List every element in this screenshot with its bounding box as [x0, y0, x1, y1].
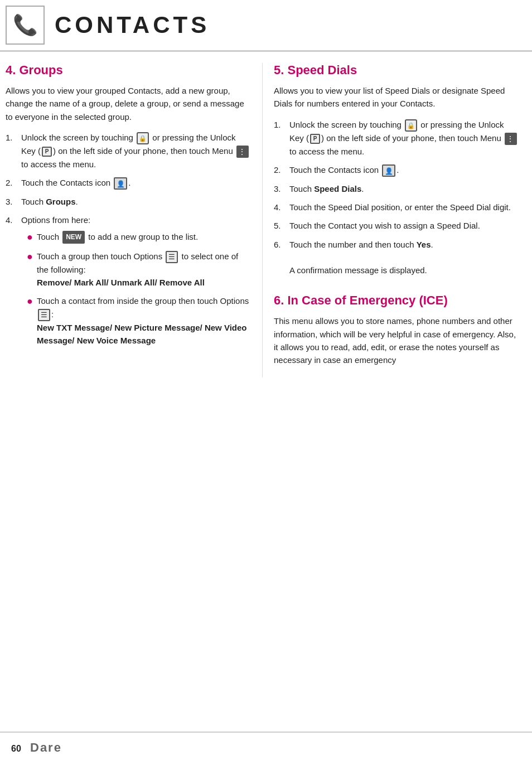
- header-icon-box: 📞: [6, 6, 45, 45]
- options-icon-4-2: ☰: [166, 251, 178, 263]
- lock-icon-5-1: 🔒: [405, 119, 417, 132]
- step-5-6: 6. Touch the number and then touch Yes. …: [274, 238, 519, 277]
- lock-icon-4-1: 🔒: [137, 132, 149, 144]
- step-content-5-6: Touch the number and then touch Yes. A c…: [289, 238, 519, 277]
- step-4-3: 3. Touch Groups.: [6, 195, 251, 208]
- step-5-4: 4. Touch the Speed Dial position, or ent…: [274, 201, 519, 214]
- page-header: 📞 CONTACTS: [0, 0, 532, 52]
- step-4-1: 1. Unlock the screen by touching 🔒 or pr…: [6, 131, 251, 171]
- section-5-title: 5. Speed Dials: [274, 63, 519, 78]
- confirmation-note: A confirmation message is displayed.: [289, 265, 427, 275]
- section-6-ice: 6. In Case of Emergency (ICE) This menu …: [274, 293, 519, 366]
- step-content-5-4: Touch the Speed Dial position, or enter …: [289, 201, 519, 214]
- step-content-4-4: Options from here: ● Touch NEW to add a …: [21, 214, 251, 352]
- svg-text:Dare: Dare: [30, 740, 62, 754]
- section-5-desc: Allows you to view your list of Speed Di…: [274, 84, 519, 110]
- bullet-4-2: ● Touch a group then touch Options ☰ to …: [27, 250, 251, 289]
- step-content-5-5: Touch the Contact you wish to assign a S…: [289, 219, 519, 232]
- bullet-dot-1: ●: [27, 230, 37, 244]
- section-4-title: 4. Groups: [6, 63, 251, 78]
- step-num-4-1: 1.: [6, 131, 21, 171]
- bullet-content-4-2: Touch a group then touch Options ☰ to se…: [37, 250, 251, 289]
- section-6-title: 6. In Case of Emergency (ICE): [274, 293, 519, 308]
- options-icon-4-3: ☰: [38, 309, 50, 321]
- bullet-list-4: ● Touch NEW to add a new group to the li…: [27, 230, 251, 347]
- bullet-content-4-1: Touch NEW to add a new group to the list…: [37, 230, 251, 244]
- section-5-speed-dials: 5. Speed Dials Allows you to view your l…: [274, 63, 519, 277]
- unlock-key-icon-5-1: P: [310, 134, 320, 144]
- step-5-1: 1. Unlock the screen by touching 🔒 or pr…: [274, 118, 519, 158]
- step-5-3: 3. Touch Speed Dials.: [274, 182, 519, 195]
- step-content-4-1: Unlock the screen by touching 🔒 or press…: [21, 131, 251, 171]
- bullet-4-3: ● Touch a contact from inside the group …: [27, 294, 251, 347]
- menu-icon-4-1: [236, 146, 249, 158]
- dare-logo-svg: Dare: [30, 739, 75, 755]
- section-4-groups: 4. Groups Allows you to view your groupe…: [6, 63, 251, 352]
- page-title: CONTACTS: [55, 12, 210, 38]
- step-content-5-1: Unlock the screen by touching 🔒 or press…: [289, 118, 519, 158]
- message-options-label: New TXT Message/ New Picture Message/ Ne…: [37, 323, 247, 345]
- step-num-4-3: 3.: [6, 195, 21, 208]
- step-content-5-2: Touch the Contacts icon .: [289, 163, 519, 177]
- yes-label: Yes: [417, 240, 431, 249]
- step-num-4-4: 4.: [6, 214, 21, 352]
- step-4-2: 2. Touch the Contacts icon .: [6, 176, 251, 190]
- step-num-5-4: 4.: [274, 201, 289, 214]
- unlock-key-icon-4-1: P: [42, 147, 52, 157]
- section-5-steps: 1. Unlock the screen by touching 🔒 or pr…: [274, 118, 519, 277]
- bullet-dot-2: ●: [27, 250, 37, 289]
- step-num-5-2: 2.: [274, 163, 289, 177]
- step-num-4-2: 2.: [6, 176, 21, 190]
- bullet-content-4-3: Touch a contact from inside the group th…: [37, 294, 251, 347]
- right-column: 5. Speed Dials Allows you to view your l…: [262, 63, 519, 377]
- contacts-icon-4-2: [114, 177, 127, 190]
- menu-icon-5-1: [505, 133, 517, 145]
- main-content: 4. Groups Allows you to view your groupe…: [0, 52, 532, 383]
- step-content-4-3: Touch Groups.: [21, 195, 251, 208]
- step-5-5: 5. Touch the Contact you wish to assign …: [274, 219, 519, 232]
- new-button-label: NEW: [62, 231, 85, 244]
- brand-name: Dare: [30, 739, 75, 758]
- step-num-5-6: 6.: [274, 238, 289, 277]
- bullet-dot-3: ●: [27, 294, 37, 347]
- step-num-5-3: 3.: [274, 182, 289, 195]
- page-number: 60: [11, 744, 21, 754]
- section-4-desc: Allows you to view your grouped Contacts…: [6, 84, 251, 123]
- groups-label: Groups: [46, 197, 75, 206]
- bullet-4-1: ● Touch NEW to add a new group to the li…: [27, 230, 251, 244]
- section-4-steps: 1. Unlock the screen by touching 🔒 or pr…: [6, 131, 251, 352]
- speed-dials-label: Speed Dials: [314, 184, 361, 193]
- step-num-5-5: 5.: [274, 219, 289, 232]
- step-content-4-2: Touch the Contacts icon .: [21, 176, 251, 190]
- contacts-icon-5-2: [382, 164, 395, 177]
- step-num-5-1: 1.: [274, 118, 289, 158]
- contacts-phone-icon: 📞: [13, 13, 38, 37]
- step-4-4: 4. Options from here: ● Touch NEW to add…: [6, 214, 251, 352]
- remove-options-label: Remove/ Mark All/ Unmark All/ Remove All: [37, 278, 205, 287]
- left-column: 4. Groups Allows you to view your groupe…: [6, 63, 262, 377]
- section-6-desc: This menu allows you to store names, pho…: [274, 314, 519, 366]
- page-footer: 60 Dare: [0, 732, 532, 765]
- step-5-2: 2. Touch the Contacts icon .: [274, 163, 519, 177]
- step-content-5-3: Touch Speed Dials.: [289, 182, 519, 195]
